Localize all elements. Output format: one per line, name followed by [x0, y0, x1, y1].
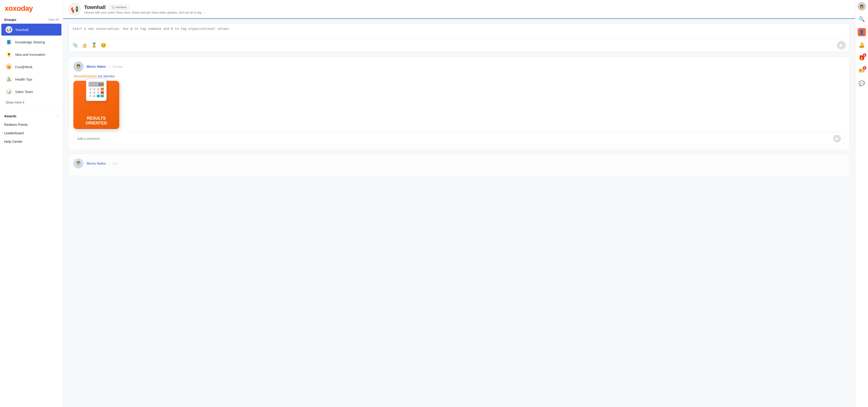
post-header-2: 🧑‍💼 Moris Hales | 1 hr: [73, 158, 845, 169]
chevron-right-icon: ›: [58, 114, 59, 118]
calc-screen: 123: [89, 82, 104, 87]
townhall-icon: 📢: [5, 26, 12, 33]
post-avatar-2: 🧑‍💼: [73, 158, 84, 169]
sidebar: xoxoday Groups View All 📢 Townhall 📘 Kno…: [0, 0, 63, 407]
results-oriented-text: RESULTSORIENTED: [86, 116, 107, 126]
comment-send-button[interactable]: ▶: [833, 135, 841, 143]
channel-description: Interact with your entire Team here. Sha…: [84, 11, 850, 14]
main-content: 📢 Townhall 11 members Interact with your…: [63, 0, 855, 407]
post-hashtag[interactable]: #ResultOriented: [73, 75, 97, 78]
sidebar-item-knowledge-sharing[interactable]: 📘 Knowledge Sharing: [1, 36, 61, 48]
post-card: 🧑‍💼 Moris Hales | 33 mins #ResultOriente…: [68, 57, 850, 150]
sidebar-awards[interactable]: Awards ›: [0, 112, 63, 120]
post-timestamp-2: 1 hr: [112, 162, 117, 165]
sidebar-help-center[interactable]: Help Center: [0, 137, 63, 146]
idea-innovation-icon: 🌻: [5, 51, 12, 58]
search-icon-button[interactable]: 🔍: [858, 15, 866, 23]
sidebar-item-fun-at-work[interactable]: 😄 Fun@Work: [1, 61, 61, 73]
sidebar-item-idea-innovation[interactable]: 🌻 Idea and Innovation: [1, 49, 61, 60]
sidebar-item-label: Knowledge Sharing: [15, 40, 45, 44]
gift-icon-button[interactable]: 🎁 1: [858, 54, 866, 62]
fun-at-work-icon: 😄: [5, 63, 12, 70]
sidebar-redeem-points[interactable]: Redeem Points: [0, 120, 63, 129]
user-avatar[interactable]: 👩: [858, 2, 866, 10]
channel-info: Townhall 11 members Interact with your e…: [84, 4, 850, 14]
right-sidebar: 👩 🔍 👤 🔔 🎁 1 🎫 1 💬: [855, 0, 868, 407]
chevron-down-icon: ▾: [23, 100, 24, 104]
send-button[interactable]: ▶: [837, 41, 846, 50]
post-mention[interactable]: Joe Mendez: [97, 75, 115, 78]
post-meta-2: Moris Hales | 1 hr: [87, 162, 845, 166]
post-time: |: [109, 65, 110, 68]
channel-header: 📢 Townhall 11 members Interact with your…: [63, 0, 855, 19]
post-card-2: 🧑‍💼 Moris Hales | 1 hr: [68, 153, 850, 176]
post-header: 🧑‍💼 Moris Hales | 33 mins: [73, 61, 845, 71]
sidebar-item-label: Idea and Innovation: [15, 53, 45, 56]
brand-name: xoxoday: [5, 4, 33, 12]
member-badge: 11 members: [108, 5, 130, 10]
logo: xoxoday: [0, 0, 63, 16]
sales-team-icon: 📊: [5, 88, 12, 95]
post-image-container: 123 1 2 3 + 4 5 6 − 7 8 9: [73, 81, 845, 129]
comment-input[interactable]: [77, 137, 833, 141]
gift-badge: 1: [863, 53, 866, 57]
compose-input[interactable]: [72, 27, 846, 36]
post-timestamp: 33 mins: [113, 65, 123, 68]
user-card-icon-button[interactable]: 👤: [858, 28, 866, 36]
sidebar-item-label: Townhall: [15, 28, 28, 32]
channel-name: Townhall: [84, 4, 106, 10]
notification-bell-icon-button[interactable]: 🔔: [858, 41, 866, 49]
compose-box: 📎 🎂 🏅 😊 ▶: [68, 23, 850, 52]
show-more-button[interactable]: Show more ▾: [1, 99, 61, 106]
sidebar-item-sales-team[interactable]: 📊 Sales Team: [1, 86, 61, 97]
attach-button[interactable]: 📎: [72, 42, 78, 48]
sidebar-leaderboard[interactable]: Leaderboard: [0, 129, 63, 137]
sidebar-item-label: Sales Team: [15, 90, 33, 94]
sidebar-item-label: Fun@Work: [15, 65, 33, 69]
chat-icon-button[interactable]: 💬: [858, 80, 866, 88]
badge-button[interactable]: 🏅: [91, 42, 97, 48]
feed: 📎 🎂 🏅 😊 ▶ 🧑‍💼 Moris Hales | 33 mins: [63, 19, 855, 407]
post-meta: Moris Hales | 33 mins: [87, 64, 845, 69]
ticket-badge: 1: [863, 66, 866, 70]
groups-header: Groups View All: [0, 16, 63, 23]
view-all-link[interactable]: View All: [49, 18, 59, 21]
birthday-button[interactable]: 🎂: [82, 42, 88, 48]
post-time-sep: |: [109, 162, 111, 165]
channel-icon: 📢: [68, 3, 81, 15]
calculator-visual: 123 1 2 3 + 4 5 6 − 7 8 9: [86, 78, 106, 101]
post-avatar: 🧑‍💼: [73, 61, 84, 71]
post-author-2[interactable]: Moris Hales: [87, 162, 106, 165]
health-tips-icon: 🚴: [5, 76, 12, 83]
sidebar-item-health-tips[interactable]: 🚴 Health Tips: [1, 73, 61, 85]
sidebar-item-townhall[interactable]: 📢 Townhall: [1, 24, 61, 36]
post-author[interactable]: Moris Hales: [87, 64, 106, 68]
ticket-icon-button[interactable]: 🎫 1: [858, 66, 866, 75]
emoji-button[interactable]: 😊: [101, 42, 106, 48]
calc-buttons: 1 2 3 + 4 5 6 − 7 8 9 ×: [88, 88, 105, 97]
post-tags: #ResultOriented Joe Mendez: [73, 75, 845, 78]
compose-actions: 📎 🎂 🏅 😊 ▶: [72, 39, 846, 50]
comment-box: ▶: [73, 132, 845, 145]
compose-icon-group: 📎 🎂 🏅 😊: [72, 42, 106, 48]
results-oriented-card: 123 1 2 3 + 4 5 6 − 7 8 9: [73, 81, 119, 129]
knowledge-sharing-icon: 📘: [5, 38, 12, 46]
sidebar-item-label: Health Tips: [15, 77, 32, 81]
channel-name-row: Townhall 11 members: [84, 4, 850, 10]
groups-label: Groups: [4, 18, 16, 22]
